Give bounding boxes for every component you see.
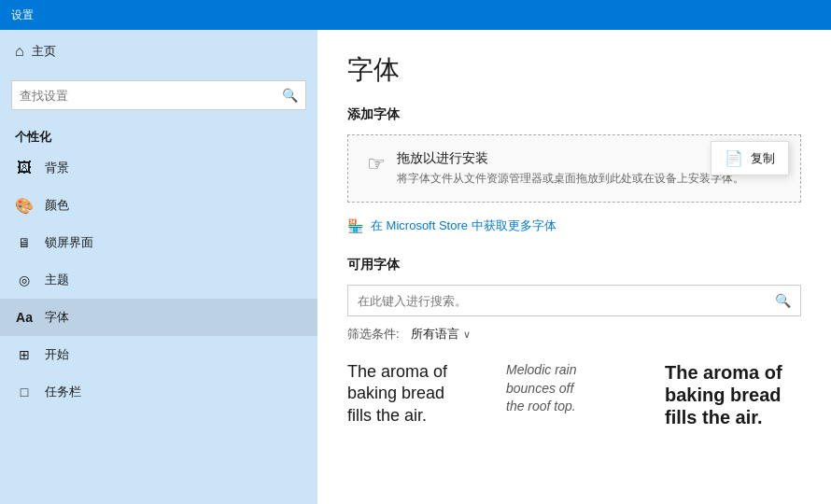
font-preview-normal[interactable]: The aroma ofbaking breadfills the air. <box>347 361 484 427</box>
main-layout: ⌂ 主页 🔍 个性化 🖼 背景 🎨 颜色 🖥 锁屏界面 ◎ 主题 Aa 字体 <box>0 30 831 504</box>
search-icon: 🔍 <box>282 88 298 103</box>
lockscreen-label: 锁屏界面 <box>45 234 93 251</box>
start-icon: ⊞ <box>15 345 34 364</box>
sidebar-item-background[interactable]: 🖼 背景 <box>0 149 317 187</box>
sidebar-item-taskbar[interactable]: □ 任务栏 <box>0 373 317 411</box>
font-search-box[interactable]: 🔍 <box>347 285 801 316</box>
font-search-icon: 🔍 <box>775 293 791 308</box>
taskbar-label: 任务栏 <box>45 384 81 400</box>
search-box[interactable]: 🔍 <box>11 80 306 110</box>
top-bar-title: 设置 <box>11 7 34 23</box>
store-link-text: 在 Microsoft Store 中获取更多字体 <box>371 217 556 234</box>
font-preview-bold-text: The aroma ofbaking breadfills the air. <box>665 361 801 428</box>
copy-doc-icon: 📄 <box>725 149 743 167</box>
top-bar: 设置 <box>0 0 831 30</box>
tooltip-label: 复制 <box>751 150 775 167</box>
home-label[interactable]: 主页 <box>32 43 56 60</box>
add-font-title: 添加字体 <box>347 106 801 123</box>
sidebar-item-font[interactable]: Aa 字体 <box>0 299 317 336</box>
sidebar-item-theme[interactable]: ◎ 主题 <box>0 261 317 299</box>
taskbar-icon: □ <box>15 383 34 401</box>
color-icon: 🎨 <box>15 196 34 215</box>
available-fonts-title: 可用字体 <box>347 257 801 273</box>
sidebar-item-start[interactable]: ⊞ 开始 <box>0 336 317 373</box>
page-title: 字体 <box>347 52 801 88</box>
sidebar-header: ⌂ 主页 <box>0 30 317 77</box>
filter-row: 筛选条件: 所有语言 ∨ <box>347 326 801 343</box>
sidebar: ⌂ 主页 🔍 个性化 🖼 背景 🎨 颜色 🖥 锁屏界面 ◎ 主题 Aa 字体 <box>0 30 317 504</box>
font-previews: The aroma ofbaking breadfills the air. M… <box>347 361 801 428</box>
sidebar-item-lockscreen[interactable]: 🖥 锁屏界面 <box>0 224 317 261</box>
font-label: 字体 <box>45 309 69 326</box>
tooltip-popup: 📄 复制 <box>711 141 789 175</box>
drop-zone[interactable]: ☞ 拖放以进行安装 将字体文件从文件资源管理器或桌面拖放到此处或在设备上安装字体… <box>347 134 801 203</box>
font-search-input[interactable] <box>358 294 775 308</box>
chevron-down-icon[interactable]: ∨ <box>463 329 471 341</box>
sidebar-item-color[interactable]: 🎨 颜色 <box>0 187 317 224</box>
font-preview-italic[interactable]: Melodic rainbounces offthe roof top. <box>506 361 642 416</box>
content-area: 字体 添加字体 ☞ 拖放以进行安装 将字体文件从文件资源管理器或桌面拖放到此处或… <box>317 30 831 504</box>
start-label: 开始 <box>45 346 69 363</box>
color-label: 颜色 <box>45 197 69 214</box>
filter-value[interactable]: 所有语言 <box>411 326 459 343</box>
font-icon: Aa <box>15 308 34 327</box>
home-icon: ⌂ <box>15 43 24 60</box>
store-link[interactable]: 🏪 在 Microsoft Store 中获取更多字体 <box>347 217 801 234</box>
drag-cursor-icon: ☞ <box>367 152 386 176</box>
store-icon: 🏪 <box>347 218 363 233</box>
font-preview-bold[interactable]: The aroma ofbaking breadfills the air. <box>665 361 801 428</box>
search-input[interactable] <box>20 89 282 103</box>
theme-icon: ◎ <box>15 271 34 289</box>
filter-label: 筛选条件: <box>347 326 400 343</box>
lockscreen-icon: 🖥 <box>15 233 34 252</box>
font-preview-normal-text: The aroma ofbaking breadfills the air. <box>347 361 484 427</box>
font-preview-italic-text: Melodic rainbounces offthe roof top. <box>506 361 642 416</box>
background-icon: 🖼 <box>15 159 34 177</box>
background-label: 背景 <box>45 160 69 176</box>
section-label: 个性化 <box>0 121 317 149</box>
theme-label: 主题 <box>45 272 69 288</box>
